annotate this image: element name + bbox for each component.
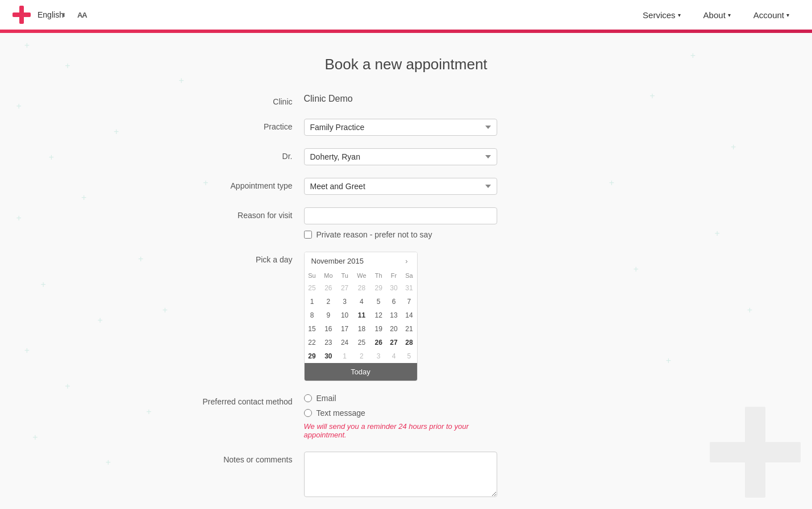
calendar-day[interactable]: 10 bbox=[337, 308, 352, 322]
calendar-day[interactable]: 25 bbox=[352, 336, 371, 349]
private-reason-label[interactable]: Private reason - prefer not to say bbox=[317, 230, 432, 239]
calendar-day[interactable]: 22 bbox=[305, 336, 320, 349]
calendar-day[interactable]: 30 bbox=[386, 281, 402, 295]
plus-decoration: + bbox=[690, 51, 696, 60]
calendar-day[interactable]: 27 bbox=[337, 281, 352, 295]
calendar-day[interactable]: 4 bbox=[386, 349, 402, 363]
cal-weekday: Mo bbox=[320, 270, 338, 281]
calendar-day[interactable]: 31 bbox=[401, 281, 417, 295]
calendar-day[interactable]: 4 bbox=[352, 295, 371, 308]
main-content: Book a new appointment Clinic Clinic Dem… bbox=[179, 33, 634, 509]
contact-text-option[interactable]: Text message bbox=[304, 408, 497, 418]
calendar-day[interactable]: 2 bbox=[320, 295, 338, 308]
calendar-grid: SuMoTuWeThFrSa 2526272829303112345678910… bbox=[305, 270, 417, 363]
nav-services[interactable]: Services ▾ bbox=[631, 7, 692, 23]
calendar-day[interactable]: 23 bbox=[320, 336, 338, 349]
red-accent-bar bbox=[0, 30, 812, 33]
reminder-note: We will send you a reminder 24 hours pri… bbox=[304, 422, 497, 439]
calendar-day[interactable]: 25 bbox=[305, 281, 320, 295]
practice-select[interactable]: Family PracticeGeneral PracticePediatric… bbox=[304, 119, 497, 136]
language-selector[interactable]: English ⬍ AA bbox=[38, 10, 87, 19]
pick-day-label: Pick a day bbox=[190, 252, 304, 264]
plus-decoration: + bbox=[715, 229, 720, 238]
plus-decoration: + bbox=[16, 102, 22, 111]
calendar-day[interactable]: 3 bbox=[371, 349, 386, 363]
calendar-day[interactable]: 15 bbox=[305, 322, 320, 336]
calendar-week-row: 22232425262728 bbox=[305, 336, 417, 349]
calendar-day[interactable]: 12 bbox=[371, 308, 386, 322]
notes-row: Notes or comments bbox=[190, 452, 622, 499]
calendar-weekdays: SuMoTuWeThFrSa bbox=[305, 270, 417, 281]
calendar-day[interactable]: 21 bbox=[401, 322, 417, 336]
calendar-day[interactable]: 20 bbox=[386, 322, 402, 336]
account-chevron-icon: ▾ bbox=[786, 12, 789, 18]
plus-decoration: + bbox=[65, 382, 70, 391]
calendar-today-button[interactable]: Today bbox=[305, 363, 417, 381]
calendar-day[interactable]: 24 bbox=[337, 336, 352, 349]
calendar-week-row: 15161718192021 bbox=[305, 322, 417, 336]
appointment-type-label: Appointment type bbox=[190, 178, 304, 190]
calendar-day[interactable]: 26 bbox=[371, 336, 386, 349]
calendar-day[interactable]: 29 bbox=[371, 281, 386, 295]
practice-select-wrap: Family PracticeGeneral PracticePediatric… bbox=[304, 119, 497, 136]
calendar-day[interactable]: 13 bbox=[386, 308, 402, 322]
calendar-day[interactable]: 29 bbox=[305, 349, 320, 363]
plus-decoration: + bbox=[106, 458, 111, 467]
calendar-header: November 2015 › bbox=[305, 252, 417, 270]
calendar-day[interactable]: 11 bbox=[352, 308, 371, 322]
calendar-day[interactable]: 2 bbox=[352, 349, 371, 363]
plus-decoration: + bbox=[49, 153, 54, 162]
calendar-day[interactable]: 8 bbox=[305, 308, 320, 322]
calendar-day[interactable]: 1 bbox=[337, 349, 352, 363]
calendar-day[interactable]: 18 bbox=[352, 322, 371, 336]
notes-wrap bbox=[304, 452, 497, 499]
calendar-body: 2526272829303112345678910111213141516171… bbox=[305, 281, 417, 363]
calendar-day[interactable]: 19 bbox=[371, 322, 386, 336]
reason-input-wrap: Private reason - prefer not to say bbox=[304, 207, 497, 239]
nav-account[interactable]: Account ▾ bbox=[742, 7, 801, 23]
calendar-day[interactable]: 5 bbox=[371, 295, 386, 308]
reason-input[interactable] bbox=[304, 207, 497, 224]
cal-weekday: Fr bbox=[386, 270, 402, 281]
appointment-type-select[interactable]: Meet and GreetAnnual PhysicalFollow-up bbox=[304, 178, 497, 195]
contact-email-radio[interactable] bbox=[304, 394, 312, 402]
calendar-day[interactable]: 3 bbox=[337, 295, 352, 308]
cal-weekday: Tu bbox=[337, 270, 352, 281]
calendar-day[interactable]: 14 bbox=[401, 308, 417, 322]
notes-textarea[interactable] bbox=[304, 452, 497, 497]
plus-decoration: + bbox=[97, 316, 102, 325]
dr-select-wrap: Doherty, RyanSmith, JaneJones, Alan bbox=[304, 148, 497, 165]
logo[interactable] bbox=[11, 5, 32, 25]
nav-about[interactable]: About ▾ bbox=[692, 7, 742, 23]
clinic-label: Clinic bbox=[190, 94, 304, 106]
appointment-type-row: Appointment type Meet and GreetAnnual Ph… bbox=[190, 178, 622, 195]
calendar-day[interactable]: 9 bbox=[320, 308, 338, 322]
calendar-day[interactable]: 26 bbox=[320, 281, 338, 295]
calendar-next-button[interactable]: › bbox=[403, 257, 410, 265]
calendar-day[interactable]: 30 bbox=[320, 349, 338, 363]
plus-decoration: + bbox=[649, 91, 655, 101]
dr-select[interactable]: Doherty, RyanSmith, JaneJones, Alan bbox=[304, 148, 497, 165]
calendar-day[interactable]: 16 bbox=[320, 322, 338, 336]
plus-decoration: + bbox=[16, 214, 22, 223]
font-size-toggle[interactable]: AA bbox=[77, 11, 87, 19]
calendar-day[interactable]: 28 bbox=[352, 281, 371, 295]
practice-row: Practice Family PracticeGeneral Practice… bbox=[190, 119, 622, 136]
calendar-day[interactable]: 28 bbox=[401, 336, 417, 349]
calendar-day[interactable]: 17 bbox=[337, 322, 352, 336]
calendar-day[interactable]: 5 bbox=[401, 349, 417, 363]
calendar-day[interactable]: 7 bbox=[401, 295, 417, 308]
plus-decoration: + bbox=[24, 41, 30, 50]
calendar-day[interactable]: 27 bbox=[386, 336, 402, 349]
calendar-wrap: November 2015 › SuMoTuWeThFrSa 252627282… bbox=[304, 252, 497, 381]
contact-text-radio[interactable] bbox=[304, 409, 312, 417]
reason-row: Reason for visit Private reason - prefer… bbox=[190, 207, 622, 239]
cal-weekday: Sa bbox=[401, 270, 417, 281]
dr-label: Dr. bbox=[190, 148, 304, 161]
calendar-day[interactable]: 1 bbox=[305, 295, 320, 308]
services-chevron-icon: ▾ bbox=[678, 12, 681, 18]
plus-decoration: + bbox=[731, 143, 736, 152]
private-reason-checkbox[interactable] bbox=[304, 231, 312, 239]
contact-email-option[interactable]: Email bbox=[304, 394, 497, 403]
calendar-day[interactable]: 6 bbox=[386, 295, 402, 308]
